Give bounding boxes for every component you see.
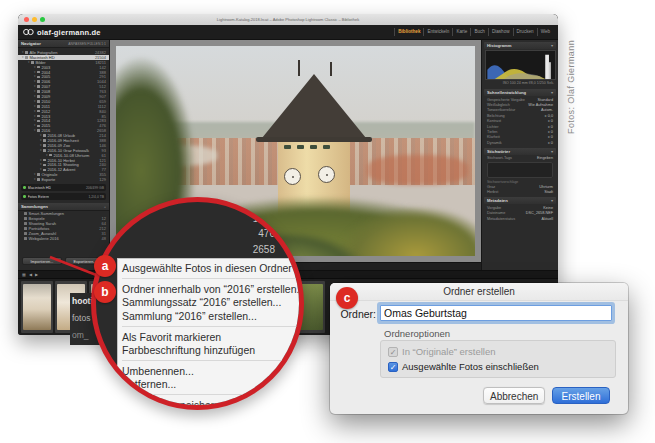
disclosure-triangle-icon[interactable]: ▾ [34, 71, 36, 74]
photo-roofs [367, 155, 468, 184]
disclosure-triangle-icon[interactable]: ▾ [34, 105, 36, 108]
metadata-row[interactable]: Herbst Stadt [484, 190, 556, 195]
disclosure-triangle-icon[interactable]: ▾ [40, 163, 42, 166]
module-tab[interactable]: Web [537, 28, 553, 36]
disclosure-triangle-icon[interactable]: ▾ [46, 154, 48, 157]
disclosure-triangle-icon[interactable]: ▾ [34, 178, 36, 181]
disclosure-triangle-icon[interactable]: ▾ [34, 66, 36, 69]
folder-icon [43, 159, 46, 162]
meta-value: Aktuell [542, 217, 553, 221]
disclosure-triangle-icon[interactable]: ▾ [34, 129, 36, 132]
folder-icon [43, 134, 46, 137]
context-menu-item[interactable]: Farbbeschriftung hinzufügen [122, 343, 304, 357]
collection-row[interactable]: Webgalerie 2016 48 [18, 236, 109, 241]
thumbnail-cell[interactable] [21, 281, 53, 333]
import-button[interactable]: Importieren... [22, 257, 62, 265]
disclosure-triangle-icon[interactable]: ▾ [34, 124, 36, 127]
zoom-presets[interactable]: ANPASSEN FÜLLEN 1:1 [68, 42, 106, 46]
checkbox-checked[interactable]: ✓ [388, 362, 398, 372]
module-tab[interactable]: Entwickeln [423, 28, 452, 36]
cancel-button[interactable]: Abbrechen [483, 387, 545, 404]
disclosure-triangle-icon[interactable]: ▾ [34, 90, 36, 93]
folder-icon [37, 178, 40, 181]
volume-bar[interactable]: Fotos Extern 1,2/4,0 TB [21, 193, 106, 200]
metadata-row[interactable]: Gespeicherte Vorgabe Standard [484, 97, 556, 102]
disclosure-triangle-icon[interactable]: ▾ [22, 56, 24, 59]
metadata-row[interactable]: Schnellentwicklung ▾ [484, 89, 556, 96]
context-menu-item[interactable]: Ordner innerhalb von “2016” erstellen... [122, 278, 304, 295]
module-tab[interactable]: Bibliothek [394, 28, 423, 36]
context-menu-item[interactable]: Entfernen... [122, 377, 304, 391]
module-tab[interactable]: Diashow [488, 28, 513, 36]
folder-options-group: ✓ In “Originale” erstellen ✓ Ausgewählte… [380, 340, 616, 378]
window-title: Lightroom-Katalog-2018.lrcat – Adobe Pho… [18, 14, 558, 25]
disclosure-triangle-icon[interactable]: ▾ [40, 134, 42, 137]
meta-value: Uhrturm [539, 185, 553, 189]
folder-icon [37, 95, 40, 98]
context-menu-item[interactable]: Metadaten speichern [122, 394, 304, 410]
disclosure-triangle-icon[interactable]: ▾ [22, 51, 24, 54]
disclosure-triangle-icon[interactable]: ▾ [34, 75, 36, 78]
include-selected-photos-option[interactable]: ✓ Ausgewählte Fotos einschließen [388, 361, 539, 372]
thumbnail-image [23, 284, 51, 330]
meta-label: Tonwertkorrektur [487, 108, 515, 112]
minimize-button[interactable] [32, 17, 37, 22]
disclosure-triangle-icon[interactable]: ▾ [40, 149, 42, 152]
annotation-badge-a: a [94, 255, 116, 277]
disclosure-triangle-icon[interactable]: ▾ [40, 159, 42, 162]
add-collection-icon[interactable]: + [104, 205, 106, 209]
brand-rings-icon [23, 28, 34, 36]
navigator-panel-header[interactable]: Navigator ANPASSEN FÜLLEN 1:1 [18, 40, 109, 48]
volume-bar[interactable]: Macintosh HD 206/499 GB [21, 184, 106, 191]
folder-icon [37, 76, 40, 79]
module-tab[interactable]: Buch [470, 28, 487, 36]
collection-name: Webgalerie 2016 [29, 236, 59, 241]
folder-name-input[interactable] [380, 305, 612, 321]
folder-icon [37, 105, 40, 108]
metadata-row[interactable]: Stichwörter ▾ [484, 148, 556, 155]
disclosure-triangle-icon[interactable]: ▾ [40, 168, 42, 171]
disclosure-triangle-icon[interactable]: ▾ [34, 95, 36, 98]
context-menu-item[interactable]: Sammlung “2016” erstellen... [122, 309, 304, 323]
metadata-row[interactable]: Stichwort-Tags Eingeben [484, 156, 556, 161]
meta-label: Kontrast [487, 119, 501, 123]
disclosure-triangle-icon[interactable]: ▾ [34, 80, 36, 83]
metadata-row[interactable]: Dynamik ± 0 [484, 140, 556, 145]
metadata-row[interactable]: Metadaten ▾ [484, 197, 556, 204]
meta-value: ± 0 [548, 125, 553, 129]
context-menu-item[interactable]: Umbenennen... [122, 360, 304, 377]
volume-name: Fotos Extern [28, 195, 50, 199]
metadata-row[interactable]: Metadatenstatus Aktuell [484, 216, 556, 221]
meta-label: Vorgabe [487, 206, 501, 210]
volume-size: 206/499 GB [86, 186, 104, 190]
collection-icon [24, 217, 27, 219]
disclosure-triangle-icon[interactable]: ▾ [34, 100, 36, 103]
disclosure-triangle-icon[interactable]: ▾ [34, 115, 36, 118]
disclosure-triangle-icon[interactable]: ▾ [40, 139, 42, 142]
identity-bar: olaf-giermann.de Bibliothek Entwickeln K… [18, 25, 558, 40]
metadata-row[interactable] [487, 162, 553, 178]
disclosure-triangle-icon[interactable]: ▾ [34, 173, 36, 176]
meta-value: ± 0,0 [545, 114, 553, 118]
zoom-button[interactable] [40, 17, 45, 22]
context-menu-item[interactable]: Ausgewählte Fotos in diesen Ordner versc… [122, 261, 304, 275]
collection-icon [24, 222, 27, 224]
collections-panel-header[interactable]: Sammlungen + [18, 203, 109, 211]
brand-text: olaf-giermann.de [37, 28, 101, 37]
traffic-lights [24, 17, 45, 22]
create-button[interactable]: Erstellen [552, 387, 610, 404]
disclosure-triangle-icon[interactable]: ▾ [34, 119, 36, 122]
folder-icon [37, 125, 40, 128]
histogram-panel-header[interactable]: Histogramm ▾ [484, 42, 556, 49]
context-menu-item[interactable]: Sammlungssatz “2016” erstellen... [122, 295, 304, 309]
context-menu-item[interactable]: Als Favorit markieren [122, 326, 304, 343]
folder-icon [37, 110, 40, 113]
module-tab[interactable]: Karte [452, 28, 470, 36]
collection-icon [24, 232, 27, 234]
module-tab[interactable]: Drucken [513, 28, 537, 36]
disclosure-triangle-icon[interactable]: ▾ [34, 85, 36, 88]
disclosure-triangle-icon[interactable]: ▾ [28, 61, 30, 64]
disclosure-triangle-icon[interactable]: ▾ [34, 110, 36, 113]
disclosure-triangle-icon[interactable]: ▾ [40, 144, 42, 147]
close-button[interactable] [24, 17, 29, 22]
